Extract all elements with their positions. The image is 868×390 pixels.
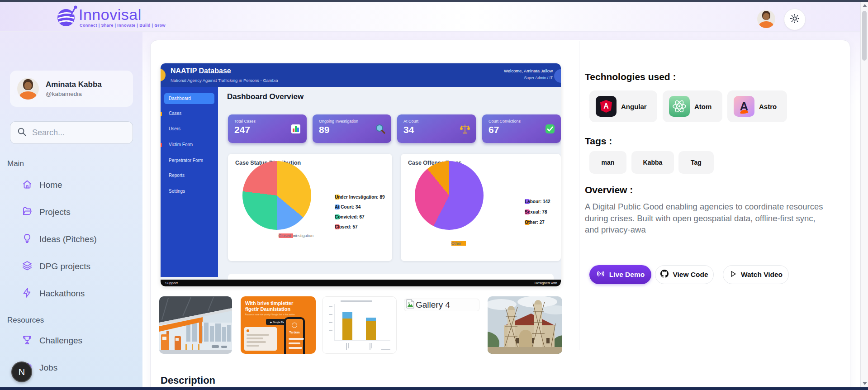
dashboard-page-title: Dashboard Overview <box>227 92 304 101</box>
dashboard-subtitle: National Agency Against Trafficking in P… <box>171 78 278 83</box>
section-label-main: Main <box>7 159 24 168</box>
flyer-subtitle: Focuse or more ride priority if bought f… <box>245 314 313 316</box>
gallery-thumb-4-broken-image[interactable]: Gallery 4 <box>404 299 479 311</box>
sidebar-item-label: Projects <box>39 207 71 217</box>
window-top-edge <box>0 0 868 2</box>
folder-open-icon <box>22 206 33 219</box>
badge-letter: N <box>19 367 25 377</box>
dashboard-nav-settings: Settings <box>169 189 214 195</box>
brand-tagline: Connect | Share | Innovate | Build | Gro… <box>80 23 166 28</box>
dashboard-footer: Support Designed with <box>161 280 561 286</box>
search-input[interactable] <box>32 128 126 138</box>
github-icon <box>660 270 669 280</box>
overview-title: Overview : <box>585 185 633 195</box>
live-demo-label: Live Demo <box>609 271 645 279</box>
flyer-receipt-card <box>244 327 277 351</box>
scrollbar-thumb[interactable] <box>862 11 867 61</box>
nav-cut-icon <box>161 143 162 147</box>
broken-image-alt: Gallery 4 <box>416 300 450 310</box>
tech-chip-atom: Atom <box>663 90 722 122</box>
flyer-heading: With brive timpletter figetir Daunistati… <box>245 300 293 312</box>
user-name: Aminata Kabba <box>46 80 102 89</box>
scroll-down-arrow[interactable] <box>863 382 867 385</box>
stat-card-at-court: At Court 34 <box>397 114 476 143</box>
scroll-up-arrow[interactable] <box>863 4 867 7</box>
gallery-thumb-5-building[interactable] <box>488 296 562 354</box>
sidebar-user-card[interactable]: Aminata Kabba @kabamedia <box>10 71 133 107</box>
dashboard-user-avatar <box>554 69 561 83</box>
dashboard-role: Super Admin / IT <box>417 76 553 80</box>
sidebar-item-ideas[interactable]: Ideas (Pitches) <box>7 230 136 249</box>
stat-label: Court Convictions <box>489 119 555 124</box>
dashboard-nav-dashboard: Dashboard <box>164 93 214 104</box>
gallery-thumb-1-gas-station[interactable] <box>159 296 232 354</box>
overview-text: A Digital Public Good enabling agencies … <box>585 201 823 236</box>
chart-card-offense-types: Case Offense Types Labour: 142 Sexual: 7… <box>401 154 561 261</box>
page: { "header": { "brand": "Innovisal", "tag… <box>0 0 868 390</box>
technologies-title: Technologies used : <box>585 71 676 82</box>
page-scrollbar[interactable] <box>860 0 868 390</box>
tag-tag: Tag <box>678 151 714 174</box>
tech-chip-astro: A Astro <box>727 90 787 122</box>
bar-chart-icon <box>290 124 301 134</box>
panel-divider <box>579 41 579 350</box>
footer-designed-text: Designed with <box>535 281 557 285</box>
astro-logo-icon: A <box>734 96 754 117</box>
tech-name: Astro <box>759 103 777 110</box>
dashboard-header: NAATIP Database National Agency Against … <box>161 63 561 87</box>
sidebar-user-avatar <box>17 78 39 100</box>
live-demo-button[interactable]: Live Demo <box>589 265 651 284</box>
sidebar-item-label: Jobs <box>39 363 57 373</box>
stat-card-total-cases: Total Cases 247 <box>228 114 307 143</box>
trophy-icon <box>22 334 33 347</box>
sidebar-item-challenges[interactable]: Challenges <box>7 331 136 350</box>
scales-icon <box>460 124 470 134</box>
nextjs-dev-badge[interactable]: N <box>11 361 32 382</box>
description-heading: Description <box>161 375 215 386</box>
search-icon <box>17 127 27 138</box>
search-box[interactable] <box>10 121 133 144</box>
tags-title: Tags : <box>585 136 612 147</box>
dashboard-nav-cases: Cases <box>169 111 214 117</box>
dashboard-logo-circle <box>161 69 166 81</box>
stat-label: At Court <box>403 119 470 124</box>
sun-icon <box>790 14 800 25</box>
lightning-icon <box>22 287 33 300</box>
stat-card-ongoing-investigation: Ongoing Investigation 89 <box>313 114 391 143</box>
stat-label: Total Cases <box>234 119 300 124</box>
sidebar-item-label: Home <box>39 180 62 190</box>
dashboard-nav-victim-form: Victim Form <box>169 142 214 148</box>
innovisal-logo-icon <box>57 5 77 28</box>
dashboard-nav-users: Users <box>169 126 214 133</box>
sidebar-item-label: DPG projects <box>39 262 90 271</box>
project-screenshot-naatip-dashboard[interactable]: NAATIP Database National Agency Against … <box>161 63 561 286</box>
view-code-label: View Code <box>673 271 708 279</box>
flyer-phone-mockup: Tardem <box>284 317 305 354</box>
layers-icon <box>22 260 33 273</box>
theme-toggle-button[interactable] <box>784 9 806 30</box>
sidebar-item-label: Challenges <box>39 336 82 346</box>
window-bottom-edge <box>0 387 868 390</box>
tech-name: Atom <box>694 103 711 110</box>
sidebar-item-hackathons[interactable]: Hackathons <box>7 284 136 303</box>
header-user-avatar[interactable] <box>757 10 775 28</box>
dashboard-title: NAATIP Database <box>171 67 231 75</box>
sidebar-item-home[interactable]: Home <box>7 176 136 195</box>
magnifier-icon <box>375 124 386 134</box>
dashboard-nav-perpetrator-form: Perpetrator Form <box>169 158 214 164</box>
user-handle: @kabamedia <box>46 90 102 97</box>
watch-video-label: Watch Video <box>741 271 783 279</box>
dashboard-nav-reports: Reports <box>169 173 214 179</box>
broken-image-icon <box>406 299 415 311</box>
watch-video-button[interactable]: Watch Video <box>723 265 789 284</box>
gallery-thumb-3-chart[interactable] <box>322 296 397 354</box>
sidebar-item-dpg-projects[interactable]: DPG projects <box>7 257 136 276</box>
pie-chart-offense-types <box>415 161 484 230</box>
gallery-thumb-2-app-flyer[interactable]: With brive timpletter figetir Daunistati… <box>241 296 316 354</box>
dashboard-sidebar: Dashboard Cases Users Victim Form Perpet… <box>161 87 218 277</box>
app-header: Innovisal Connect | Share | Innovate | B… <box>0 0 860 32</box>
tech-chip-angular: A Angular <box>589 90 657 122</box>
view-code-button[interactable]: View Code <box>655 265 714 284</box>
sidebar-item-projects[interactable]: Projects <box>7 203 136 222</box>
play-icon <box>729 270 737 280</box>
